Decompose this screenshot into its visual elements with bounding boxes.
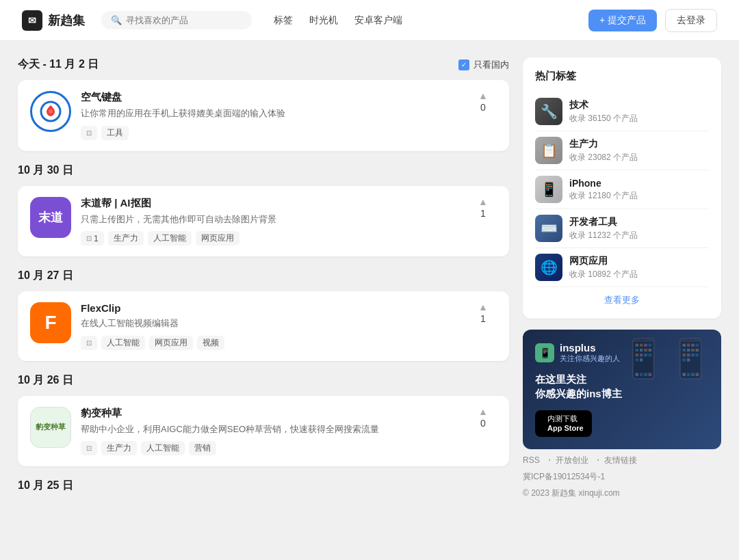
main-container: 今天 - 11 月 2 日 ✓ 只看国内 空气键盘 让你常用的应用 [7,57,732,505]
tag-square-icon3[interactable]: ⊡ [81,336,97,350]
date-header-oct27: 10 月 27 日 [18,269,509,283]
sidebar-footer: RSS・ 开放创业・ 友情链接 冀ICP备19012534号-1 © 2023 … [523,452,721,501]
left-column: 今天 - 11 月 2 日 ✓ 只看国内 空气键盘 让你常用的应用 [18,57,509,505]
product-card-weidao[interactable]: 末道 末道帮 | AI抠图 只需上传图片，无需其他作即可自动去除图片背景 ⊡ 1… [18,186,509,257]
date-label-today: 今天 - 11 月 2 日 [18,57,99,72]
tag-tool[interactable]: 工具 [101,126,129,140]
vote-up-kongjian[interactable]: ▲ [478,91,488,101]
submit-product-button[interactable]: + 提交产品 [588,10,657,31]
search-box[interactable]: 🔍 [101,11,252,29]
svg-point-1 [49,109,53,114]
tag-count-productivity: 收录 23082 个产品 [569,152,638,163]
date-label-oct25: 10 月 25 日 [18,479,73,493]
tag-count-devtools: 收录 11232 个产品 [569,230,638,241]
tag-thumb-webapp: 🌐 [535,254,562,281]
logo-text: 新趋集 [48,12,85,29]
nav-tags[interactable]: 标签 [274,14,293,27]
tag-info-productivity: 生产力 收录 23082 个产品 [569,138,638,163]
tag-info-iphone: iPhone 收录 12180 个产品 [569,178,638,202]
vote-up-flexclip[interactable]: ▲ [478,302,488,312]
section-oct30: 10 月 30 日 末道 末道帮 | AI抠图 只需上传图片，无需其他作即可自动… [18,163,509,257]
logo[interactable]: ✉ 新趋集 [22,10,85,31]
product-desc-baobianshao: 帮助中小企业，利用AIGC能力做全网SEO种草营销，快速获得全网搜索流量 [81,423,460,436]
tag-square-icon[interactable]: ⊡ [81,126,97,140]
ad-subtitle: 关注你感兴趣的人 [560,354,620,364]
product-name-flexclip: FlexClip [81,302,460,314]
ad-logo-icon: 📱 [535,343,554,362]
see-more-tags[interactable]: 查看更多 [535,287,709,306]
ad-appstore-button[interactable]: 内测下载App Store [535,410,592,437]
product-tags-baobianshao: ⊡ 生产力 人工智能 营销 [81,441,460,455]
vote-box-baobianshao: ▲ 0 [469,407,497,429]
product-card-baobianshao[interactable]: 豹变种草 豹变种草 帮助中小企业，利用AIGC能力做全网SEO种草营销，快速获得… [18,396,509,467]
tag-productivity[interactable]: 生产力 [108,231,144,245]
hot-tag-item-webapp[interactable]: 🌐 网页应用 收录 10892 个产品 [535,248,709,287]
tag-count-webapp: 收录 10892 个产品 [569,269,638,280]
vote-count-weidao: 1 [480,208,486,219]
tag-square-icon4[interactable]: ⊡ [81,441,97,455]
date-header-oct30: 10 月 30 日 [18,163,509,178]
vote-box-flexclip: ▲ 1 [469,302,497,324]
hot-tag-item-iphone[interactable]: 📱 iPhone 收录 12180 个产品 [535,170,709,209]
vote-count-baobianshao: 0 [480,418,486,429]
footer-icp: 冀ICP备19012534号-1 [523,468,721,485]
section-oct27: 10 月 27 日 F FlexClip 在线人工智能视频编辑器 ⊡ 人工智能 … [18,269,509,361]
search-input[interactable] [126,15,242,25]
tag-webapp[interactable]: 网页应用 [196,231,239,245]
vote-box-weidao: ▲ 1 [469,197,497,219]
nav-android[interactable]: 安卓客户端 [354,14,402,27]
tag-info-webapp: 网页应用 收录 10892 个产品 [569,255,638,280]
tag-thumb-iphone: 📱 [535,176,562,203]
tag-ai[interactable]: 人工智能 [148,231,192,245]
vote-count-flexclip: 1 [480,313,486,324]
tag-marketing[interactable]: 营销 [189,441,216,455]
footer-rss[interactable]: RSS [523,455,540,465]
date-header-oct26: 10 月 26 日 [18,373,509,388]
product-tags-flexclip: ⊡ 人工智能 网页应用 视频 [81,336,460,350]
section-oct26: 10 月 26 日 豹变种草 豹变种草 帮助中小企业，利用AIGC能力做全网SE… [18,373,509,467]
checkbox-icon: ✓ [458,59,469,70]
filter-label: 只看国内 [474,59,509,71]
product-logo-kongjian [30,91,71,132]
footer-open[interactable]: 开放创业 [556,455,588,465]
product-card-kongjian[interactable]: 空气键盘 让你常用的应用在手机上获得媲美桌面端的输入体验 ⊡ 工具 ▲ 0 [18,80,509,151]
tag-info-tech: 技术 收录 36150 个产品 [569,99,638,124]
product-name-baobianshao: 豹变种草 [81,407,460,420]
product-logo-baobianshao: 豹变种草 [30,407,71,448]
tag-name-tech: 技术 [569,99,638,111]
tag-name-webapp: 网页应用 [569,255,638,267]
hot-tags-title: 热门标签 [535,70,709,83]
tag-ai2[interactable]: 人工智能 [101,336,145,350]
vote-up-baobianshao[interactable]: ▲ [478,407,488,416]
logo-icon: ✉ [22,10,42,31]
product-card-flexclip[interactable]: F FlexClip 在线人工智能视频编辑器 ⊡ 人工智能 网页应用 视频 ▲ … [18,291,509,361]
search-icon: 🔍 [111,15,122,25]
vote-up-weidao[interactable]: ▲ [478,197,488,206]
tag-ai3[interactable]: 人工智能 [141,441,185,455]
nav-timemachine[interactable]: 时光机 [309,14,338,27]
hot-tag-item-devtools[interactable]: ⌨️ 开发者工具 收录 11232 个产品 [535,209,709,248]
product-desc-flexclip: 在线人工智能视频编辑器 [81,317,460,330]
date-header-oct25: 10 月 25 日 [18,479,509,493]
product-info-baobianshao: 豹变种草 帮助中小企业，利用AIGC能力做全网SEO种草营销，快速获得全网搜索流… [81,407,460,456]
appstore-label: 内测下载App Store [547,414,584,434]
filter-domestic[interactable]: ✓ 只看国内 [458,59,509,71]
date-label-oct26: 10 月 26 日 [18,373,73,388]
ad-phone-graphic: 📱📱 [620,336,714,381]
hot-tag-item-productivity[interactable]: 📋 生产力 收录 23082 个产品 [535,131,709,170]
tag-productivity2[interactable]: 生产力 [101,441,137,455]
hot-tag-item-tech[interactable]: 🔧 技术 收录 36150 个产品 [535,92,709,131]
tag-video[interactable]: 视频 [197,336,224,350]
tag-square-icon2[interactable]: ⊡ 1 [81,231,104,245]
section-oct25: 10 月 25 日 [18,479,509,493]
tag-count-iphone: 收录 12180 个产品 [569,190,638,202]
product-name-weidao: 末道帮 | AI抠图 [81,197,460,210]
tag-webapp2[interactable]: 网页应用 [149,336,193,350]
footer-links: RSS・ 开放创业・ 友情链接 [523,452,721,468]
login-button[interactable]: 去登录 [665,9,717,32]
footer-friends[interactable]: 友情链接 [604,455,637,465]
ad-banner[interactable]: 📱 insplus 关注你感兴趣的人 在这里关注你感兴趣的ins博主 内测下载A… [523,330,721,449]
nav: 标签 时光机 安卓客户端 [274,14,402,27]
tag-thumb-tech: 🔧 [535,98,562,125]
hot-tags-card: 热门标签 🔧 技术 收录 36150 个产品 📋 生产力 收录 23082 个产… [523,57,721,319]
